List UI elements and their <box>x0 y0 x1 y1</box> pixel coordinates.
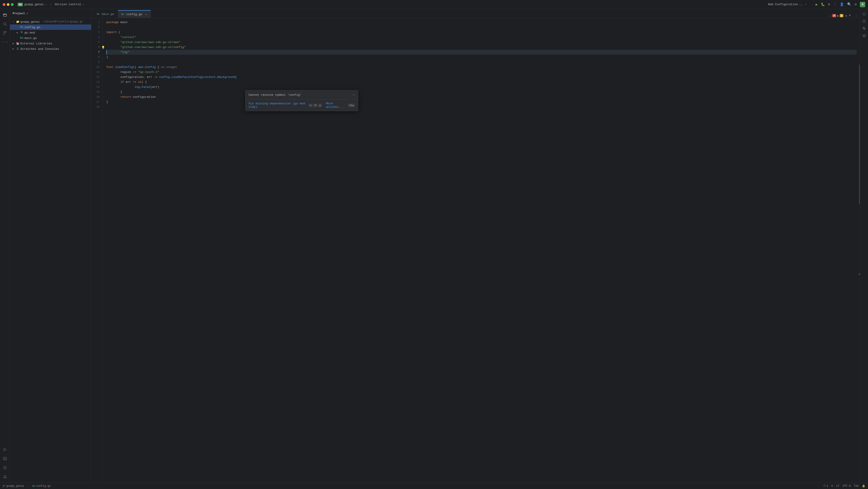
tree-item-goapp-root[interactable]: ▾ 📁 goapp_genai ~/GolandProjects/goapp_g… <box>10 19 91 24</box>
sidebar-icon-terminal[interactable] <box>1 455 9 463</box>
line-num-1: 1 <box>91 20 102 25</box>
tree-item-label: config.go <box>24 26 40 29</box>
code-brace-close: } <box>120 90 122 95</box>
add-configuration[interactable]: Add Configuration... ▾ <box>768 3 807 6</box>
profile-icon[interactable]: 👤 <box>840 2 844 6</box>
project-chevron: ▾ <box>45 3 46 6</box>
code-text: err <box>124 80 131 85</box>
minimize-button[interactable] <box>7 3 9 6</box>
project-selector[interactable]: GG goapp_genai ▾ <box>18 3 46 6</box>
tab-config-go[interactable]: Go config.go ✕ <box>118 10 151 18</box>
tree-item-config-go[interactable]: Go config.go <box>10 24 91 30</box>
svg-rect-19 <box>864 29 865 30</box>
project-tree-chevron: ▾ <box>27 12 28 16</box>
tree-item-go-mod[interactable]: ▶ M go.mod <box>10 30 91 35</box>
tab-main-go[interactable]: Go main.go <box>93 10 117 18</box>
svg-point-11 <box>5 468 5 469</box>
tree-item-main-go[interactable]: Go main.go <box>10 35 91 41</box>
more-shortcut: ⇧⌥↵ <box>348 104 355 107</box>
ide-settings-icon[interactable]: ⚙ <box>855 2 857 6</box>
code-indent <box>106 40 120 45</box>
version-control-label: Version control <box>55 3 81 6</box>
code-editor[interactable]: 1 2 3 4 5 6 7 8 9 10 11 12 13 14 15 16 1… <box>91 18 860 483</box>
sidebar-icon-git[interactable] <box>1 29 9 37</box>
text-cursor <box>106 50 107 54</box>
fullscreen-button[interactable] <box>11 3 13 6</box>
code-brace-close2: } <box>106 99 108 105</box>
close-button[interactable] <box>3 3 5 6</box>
tree-item-path: ~/GolandProjects/goapp_ge <box>42 20 83 23</box>
project-name: goapp_genai <box>24 3 44 6</box>
down-arrow-icon[interactable]: ▼ <box>849 14 851 18</box>
go-file-icon: Go <box>121 12 125 16</box>
right-icon-bookmarks[interactable] <box>861 18 867 24</box>
method-fatal: Fatal <box>142 85 150 90</box>
tree-item-external-libs[interactable]: ▶ 📚 External Libraries <box>10 41 91 46</box>
sidebar-icon-notifications[interactable] <box>1 473 9 481</box>
statusbar-lock[interactable]: 🔒 <box>862 484 865 488</box>
line-num-15: 15 <box>91 90 102 95</box>
search-icon[interactable]: 🔍 <box>847 2 851 6</box>
file-tree-header: Project ▾ <box>10 9 91 18</box>
more-actions-link[interactable]: More actions... <box>326 102 347 109</box>
config-text: config <box>173 45 184 50</box>
code-line-9 <box>106 60 860 65</box>
right-icon-database[interactable] <box>861 33 867 39</box>
statusbar-project-name: goapp_genai <box>6 485 24 488</box>
tree-item-scratches[interactable]: ▶ ☰ Scratches and Consoles <box>10 46 91 52</box>
encoding-icon: ⊕ <box>831 484 833 488</box>
editor-area: Go main.go Go config.go ✕ ⚠ 5 ▲ 1 ▲ ▼ ⋮ <box>91 9 860 483</box>
line-num-13: 13 <box>91 80 102 85</box>
line-num-8: 8 <box>91 55 102 60</box>
sidebar-icon-run[interactable] <box>1 445 9 454</box>
code-indent <box>106 35 120 40</box>
chevron-right-icon: ▶ <box>12 48 15 50</box>
warning-count: 1 <box>840 14 844 17</box>
svg-marker-6 <box>4 448 6 451</box>
sidebar-icon-problems[interactable] <box>1 464 9 472</box>
error-popup-more-icon[interactable]: ⋯ <box>352 93 355 97</box>
statusbar-encoding-indicator[interactable]: ⊕ <box>831 484 833 488</box>
more-icon[interactable]: ⋮ <box>833 2 837 6</box>
code-brace-open: { <box>144 80 147 85</box>
user-avatar[interactable]: G <box>860 2 865 7</box>
statusbar-file-icon: Go <box>32 485 35 487</box>
statusbar-project[interactable]: goapp_genai <box>3 485 24 488</box>
right-icon-notifications[interactable] <box>861 11 867 17</box>
sidebar-icon-more[interactable]: ··· <box>1 38 9 46</box>
keyword-package: package <box>106 20 119 25</box>
tab-more-icon[interactable]: ⋮ <box>855 13 858 18</box>
code-rest: ( <box>235 75 237 80</box>
statusbar-indent[interactable]: Tab <box>854 485 859 488</box>
run-button[interactable]: ▶ <box>815 2 818 7</box>
svg-point-27 <box>4 485 5 486</box>
scrollbar-thumb[interactable] <box>859 64 860 204</box>
code-indent <box>106 45 120 50</box>
action-shortcut: ⇧ ⌥ ↵ More actions... ⇧⌥↵ <box>309 102 355 109</box>
bulb-icon[interactable]: 💡 <box>101 45 105 50</box>
code-content[interactable]: package main import ( "context" "github.… <box>103 18 860 483</box>
sidebar-icon-search[interactable] <box>1 20 9 28</box>
debug-button[interactable]: 🐛 <box>821 2 825 6</box>
statusbar-encoding[interactable]: UTF-8 <box>842 485 850 488</box>
settings-icon[interactable]: ⚙ <box>828 2 830 6</box>
right-icon-structure[interactable] <box>861 25 867 32</box>
statusbar-position[interactable]: 7:1 <box>823 485 828 488</box>
code-paren: ) <box>106 55 108 60</box>
tab-close-button[interactable]: ✕ <box>144 12 148 16</box>
tree-item-label: goapp_genai <box>20 20 40 24</box>
tree-item-label: go.mod <box>24 31 35 34</box>
editor-scrollbar[interactable] <box>857 18 860 483</box>
code-text: configuration <box>131 95 156 99</box>
code-line-14: log . Fatal (err) <box>106 85 860 90</box>
fix-action-link[interactable]: Fix missing dependencies (go mod tidy) <box>249 102 309 109</box>
line-num-14: 14 <box>91 85 102 90</box>
version-control-selector[interactable]: Version control ▾ <box>55 3 84 6</box>
sidebar-icon-folder[interactable] <box>1 11 9 19</box>
titlebar: GG goapp_genai ▾ | Version control ▾ Add… <box>0 0 868 9</box>
method-load: LoadDefaultConfig <box>172 75 202 80</box>
keyword-nil: nil <box>138 80 143 85</box>
statusbar-line-ending[interactable]: LF <box>836 485 839 488</box>
up-arrow-icon[interactable]: ▲ <box>845 14 847 18</box>
svg-point-25 <box>863 34 865 35</box>
